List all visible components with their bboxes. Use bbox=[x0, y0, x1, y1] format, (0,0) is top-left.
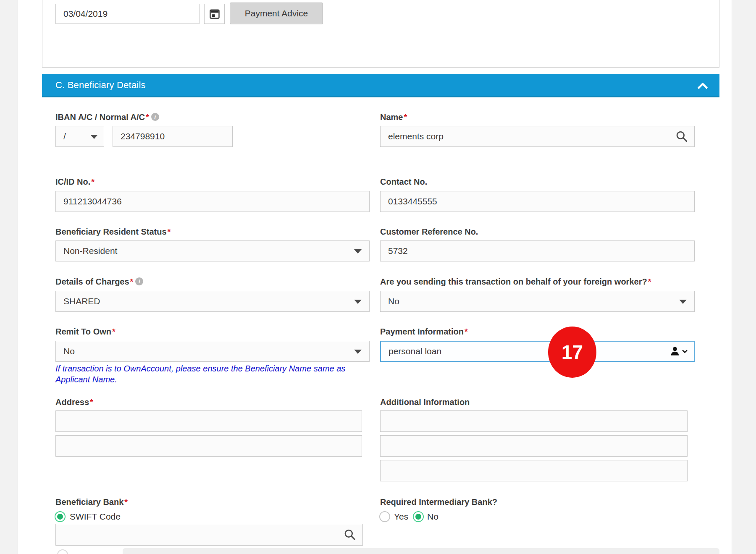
search-icon[interactable] bbox=[675, 130, 688, 143]
date-input[interactable] bbox=[63, 9, 192, 19]
charges-label: Details of Charges*i bbox=[55, 277, 143, 287]
payment-advice-button[interactable]: Payment Advice bbox=[230, 3, 323, 24]
intermediary-yes-label: Yes bbox=[394, 512, 408, 522]
required-marker: * bbox=[146, 112, 149, 122]
info-icon[interactable]: i bbox=[151, 113, 159, 121]
address-input-2[interactable] bbox=[63, 441, 354, 451]
swift-code-search-input[interactable] bbox=[63, 530, 355, 540]
intermediary-yes-radio[interactable] bbox=[379, 511, 390, 522]
icid-label: IC/ID No.* bbox=[55, 177, 94, 187]
contact-label: Contact No. bbox=[380, 177, 427, 187]
intermediary-no-label: No bbox=[427, 512, 438, 522]
remit-to-own-select[interactable]: No bbox=[55, 341, 370, 362]
contact-input[interactable] bbox=[388, 196, 687, 206]
person-picker-icon[interactable] bbox=[670, 346, 688, 357]
required-marker: * bbox=[90, 397, 93, 407]
iban-prefix-select[interactable]: / bbox=[55, 126, 104, 147]
swift-code-radio-label: SWIFT Code bbox=[70, 512, 121, 522]
intermediary-bank-label: Required Intermediary Bank? bbox=[380, 497, 497, 507]
own-account-note: If transaction is to OwnAccount, please … bbox=[55, 363, 365, 385]
foreign-worker-label: Are you sending this transaction on beha… bbox=[380, 277, 651, 287]
additional-info-field-2[interactable] bbox=[380, 435, 688, 457]
resident-status-label: Beneficiary Resident Status* bbox=[55, 227, 171, 237]
search-icon[interactable] bbox=[343, 528, 357, 541]
additional-info-label: Additional Information bbox=[380, 397, 470, 407]
chevron-down-icon bbox=[354, 249, 362, 253]
click-annotation-badge: 17 bbox=[548, 327, 596, 378]
chevron-down-icon bbox=[679, 300, 687, 304]
additional-info-field-1[interactable] bbox=[380, 410, 688, 432]
name-input[interactable] bbox=[388, 131, 687, 141]
contact-field[interactable] bbox=[380, 191, 695, 212]
date-field[interactable] bbox=[55, 4, 200, 24]
required-marker: * bbox=[91, 177, 94, 186]
customer-ref-field[interactable] bbox=[380, 240, 695, 261]
beneficiary-bank-label: Beneficiary Bank* bbox=[55, 497, 128, 507]
swift-code-radio[interactable] bbox=[55, 511, 66, 522]
charges-select[interactable]: SHARED bbox=[55, 291, 370, 312]
chevron-down-icon bbox=[354, 350, 362, 354]
required-marker: * bbox=[465, 327, 468, 336]
address-input-1[interactable] bbox=[63, 416, 354, 426]
additional-info-input-2[interactable] bbox=[388, 441, 680, 451]
required-marker: * bbox=[130, 277, 134, 286]
info-icon[interactable]: i bbox=[135, 277, 143, 285]
resident-status-select[interactable]: Non-Resident bbox=[55, 240, 370, 261]
section-body bbox=[42, 99, 719, 554]
additional-info-input-1[interactable] bbox=[388, 416, 680, 426]
iban-account-field[interactable] bbox=[113, 126, 233, 147]
required-marker: * bbox=[112, 327, 116, 336]
calendar-icon bbox=[209, 8, 220, 20]
required-marker: * bbox=[404, 112, 407, 122]
additional-info-input-3[interactable] bbox=[388, 466, 680, 476]
customer-ref-input[interactable] bbox=[388, 246, 687, 256]
required-marker: * bbox=[168, 227, 171, 236]
additional-info-field-3[interactable] bbox=[380, 460, 688, 481]
chevron-down-icon bbox=[682, 349, 688, 354]
icid-input[interactable] bbox=[63, 196, 362, 206]
payment-info-field[interactable] bbox=[380, 341, 695, 362]
chevron-down-icon bbox=[354, 300, 362, 304]
chevron-down-icon bbox=[90, 135, 98, 139]
customer-ref-label: Customer Reference No. bbox=[380, 227, 478, 237]
address-field-2[interactable] bbox=[55, 435, 362, 457]
page: Payment Advice C. Beneficiary Details IB… bbox=[0, 0, 756, 554]
name-field[interactable] bbox=[380, 126, 695, 147]
required-marker: * bbox=[124, 497, 128, 507]
partial-next-element bbox=[123, 548, 719, 554]
calendar-button[interactable] bbox=[204, 4, 225, 24]
section-header-beneficiary-details[interactable]: C. Beneficiary Details bbox=[42, 74, 719, 97]
foreign-worker-select[interactable]: No bbox=[380, 291, 695, 312]
section-title: C. Beneficiary Details bbox=[55, 80, 146, 91]
payment-info-input[interactable] bbox=[388, 346, 686, 356]
swift-code-search-field[interactable] bbox=[55, 524, 363, 546]
address-field-1[interactable] bbox=[55, 410, 362, 432]
payment-info-label: Payment Information* bbox=[380, 327, 468, 337]
remit-to-own-label: Remit To Own* bbox=[55, 327, 116, 337]
iban-account-input[interactable] bbox=[121, 131, 225, 141]
iban-label: IBAN A/C / Normal A/C*i bbox=[55, 112, 159, 122]
address-label: Address* bbox=[55, 397, 93, 407]
intermediary-no-radio[interactable] bbox=[413, 511, 424, 522]
name-label: Name* bbox=[380, 112, 407, 122]
required-marker: * bbox=[648, 277, 651, 286]
icid-field[interactable] bbox=[55, 191, 370, 212]
